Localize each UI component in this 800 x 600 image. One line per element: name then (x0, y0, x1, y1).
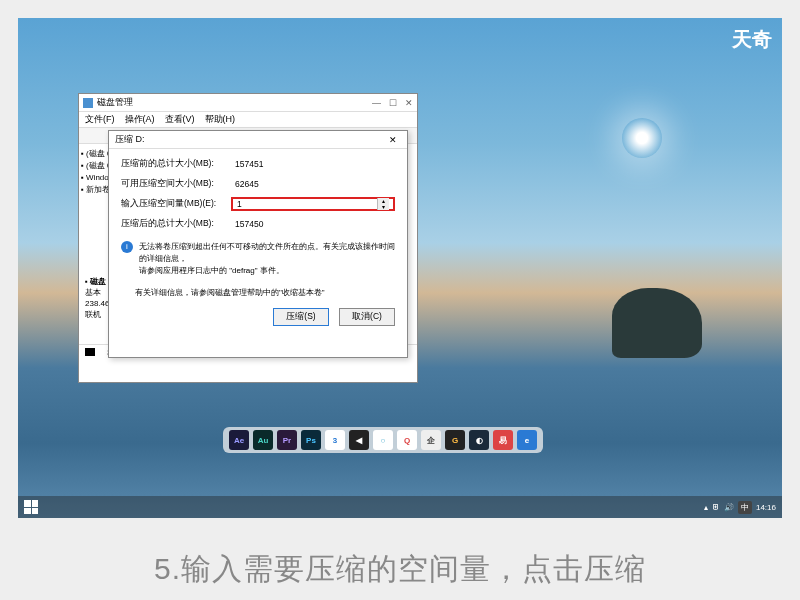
menu-file[interactable]: 文件(F) (85, 113, 115, 126)
taskbar[interactable]: ▴ ⛨ 🔊 中 14:16 (18, 496, 782, 518)
dock-app[interactable]: 易 (493, 430, 513, 450)
shrink-info: i 无法将卷压缩到超出任何不可移动的文件所在的点。有关完成该操作时间的详细信息，… (121, 241, 395, 277)
menu-view[interactable]: 查看(V) (165, 113, 195, 126)
disk-type: 基本 (85, 288, 101, 297)
label-available: 可用压缩空间大小(MB): (121, 178, 231, 190)
label-total-size: 压缩前的总计大小(MB): (121, 158, 231, 170)
value-total-size: 157451 (231, 157, 395, 171)
dm-title-text: 磁盘管理 (97, 96, 133, 109)
tutorial-caption: 5.输入需要压缩的空间量，点击压缩 (0, 549, 800, 590)
tray-clock[interactable]: 14:16 (756, 503, 776, 512)
dock-app[interactable]: ◀ (349, 430, 369, 450)
value-available: 62645 (231, 177, 395, 191)
shrink-title-text: 压缩 D: (115, 133, 145, 146)
desktop: 天奇 磁盘管理 — ☐ ✕ 文件(F) 操作(A) 查看(V) 帮助(H) (磁… (18, 18, 782, 518)
dock-app[interactable]: 3 (325, 430, 345, 450)
dock-app[interactable]: ◐ (469, 430, 489, 450)
close-icon[interactable]: ✕ (385, 135, 401, 145)
brand-watermark: 天奇 (732, 26, 772, 53)
dock-app[interactable]: Ae (229, 430, 249, 450)
cancel-button[interactable]: 取消(C) (339, 308, 395, 326)
app-dock: AeAuPrPs3◀○Q企G◐易e (223, 427, 543, 453)
menu-help[interactable]: 帮助(H) (205, 113, 236, 126)
spinner[interactable]: ▴ ▾ (377, 198, 389, 210)
dock-app[interactable]: Au (253, 430, 273, 450)
close-icon[interactable]: ✕ (405, 98, 413, 108)
tray-language[interactable]: 中 (738, 501, 752, 514)
dm-app-icon (83, 98, 93, 108)
spinner-down-icon[interactable]: ▾ (378, 204, 389, 210)
dock-app[interactable]: ○ (373, 430, 393, 450)
maximize-icon[interactable]: ☐ (389, 98, 397, 108)
tray-icon[interactable]: ⛨ (712, 503, 720, 512)
dock-app[interactable]: G (445, 430, 465, 450)
info-line1: 无法将卷压缩到超出任何不可移动的文件所在的点。有关完成该操作时间的详细信息， (139, 241, 395, 265)
legend-swatch-unalloc (85, 348, 95, 356)
disk-status: 联机 (85, 310, 101, 319)
label-after-size: 压缩后的总计大小(MB): (121, 218, 231, 230)
dock-app[interactable]: 企 (421, 430, 441, 450)
tray-icon[interactable]: 🔊 (724, 503, 734, 512)
input-shrink-amount[interactable]: 1 ▴ ▾ (231, 197, 395, 211)
shrink-help-text: 有关详细信息，请参阅磁盘管理帮助中的"收缩基本卷" (135, 287, 395, 298)
info-line2: 请参阅应用程序日志中的 "defrag" 事件。 (139, 265, 395, 277)
input-shrink-value: 1 (237, 199, 242, 209)
shrink-dialog: 压缩 D: ✕ 压缩前的总计大小(MB): 157451 可用压缩空间大小(MB… (108, 130, 408, 358)
label-shrink-amount: 输入压缩空间量(MB)(E): (121, 198, 231, 210)
dm-titlebar[interactable]: 磁盘管理 — ☐ ✕ (79, 94, 417, 112)
wallpaper-rock (612, 288, 702, 358)
dock-app[interactable]: Q (397, 430, 417, 450)
frame: 天奇 磁盘管理 — ☐ ✕ 文件(F) 操作(A) 查看(V) 帮助(H) (磁… (0, 0, 800, 600)
dock-app[interactable]: Ps (301, 430, 321, 450)
shrink-titlebar[interactable]: 压缩 D: ✕ (109, 131, 407, 149)
dock-app[interactable]: Pr (277, 430, 297, 450)
info-icon: i (121, 241, 133, 253)
value-after-size: 157450 (231, 217, 395, 231)
dock-app[interactable]: e (517, 430, 537, 450)
tray-icon[interactable]: ▴ (704, 503, 708, 512)
wallpaper-sun (622, 118, 662, 158)
menu-action[interactable]: 操作(A) (125, 113, 155, 126)
shrink-button[interactable]: 压缩(S) (273, 308, 329, 326)
minimize-icon[interactable]: — (372, 98, 381, 108)
start-button[interactable] (24, 500, 38, 514)
dm-menubar: 文件(F) 操作(A) 查看(V) 帮助(H) (79, 112, 417, 128)
system-tray[interactable]: ▴ ⛨ 🔊 中 14:16 (704, 501, 776, 514)
